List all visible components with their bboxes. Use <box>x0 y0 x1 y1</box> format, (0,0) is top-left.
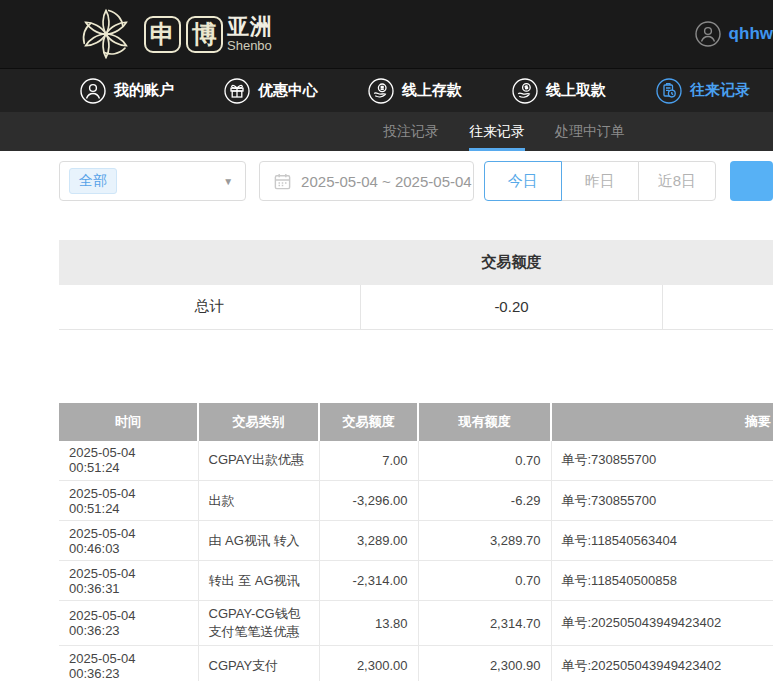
col-header-time: 时间 <box>59 403 198 441</box>
sub-navigation: 投注记录 往来记录 处理中订单 <box>0 112 773 151</box>
cell-amount: 3,289.00 <box>319 521 418 561</box>
flower-logo-icon <box>78 6 134 62</box>
table-row: 2025-05-04 00:46:03 由 AG视讯 转入 3,289.00 3… <box>59 521 773 561</box>
brand-logo[interactable]: 申 博 亚洲 Shenbo <box>78 6 273 62</box>
col-header-summary: 摘要 <box>551 403 773 441</box>
nav-item-transaction-records[interactable]: 往来记录 <box>656 78 750 104</box>
logo-region-text: 亚洲 <box>227 16 273 38</box>
nav-label: 往来记录 <box>690 81 750 100</box>
cell-summary: 单号:118540500858 <box>551 561 773 601</box>
tab-transaction-records[interactable]: 往来记录 <box>454 112 540 151</box>
nav-item-my-account[interactable]: 我的账户 <box>80 78 174 104</box>
cell-balance: 0.70 <box>418 561 551 601</box>
cell-balance: 2,300.90 <box>418 646 551 681</box>
cell-time: 2025-05-04 00:46:03 <box>59 521 198 561</box>
yesterday-button[interactable]: 昨日 <box>561 161 639 201</box>
cell-amount: -2,314.00 <box>319 561 418 601</box>
nav-label: 优惠中心 <box>258 81 318 100</box>
cell-time: 2025-05-04 00:51:24 <box>59 441 198 481</box>
summary-empty-cell <box>662 285 773 329</box>
cell-amount: 7.00 <box>319 441 418 481</box>
cell-summary: 单号:730855700 <box>551 481 773 521</box>
cell-balance: 0.70 <box>418 441 551 481</box>
col-header-category: 交易类别 <box>198 403 319 441</box>
logo-brand-text: Shenbo <box>227 38 273 53</box>
summary-total-label: 总计 <box>59 285 361 329</box>
type-selected-tag[interactable]: 全部 <box>69 168 117 194</box>
cell-summary: 单号:202505043949423402 <box>551 646 773 681</box>
user-avatar-icon <box>695 21 721 47</box>
chevron-down-icon: ▼ <box>223 176 233 187</box>
cell-category: CGPAY-CG钱包支付笔笔送优惠 <box>198 601 319 646</box>
cell-summary: 单号:202505043949423402 <box>551 601 773 646</box>
cell-summary: 单号:118540563404 <box>551 521 773 561</box>
logo-char-shen: 申 <box>144 16 181 53</box>
main-navigation: 我的账户 优惠中心 线上存款 线上取款 <box>0 68 773 112</box>
table-row: 2025-05-04 00:36:23 CGPAY支付 2,300.00 2,3… <box>59 646 773 681</box>
calendar-icon <box>273 172 292 191</box>
table-row: 2025-05-04 00:36:31 转出 至 AG视讯 -2,314.00 … <box>59 561 773 601</box>
cell-category: CGPAY出款优惠 <box>198 441 319 481</box>
quick-date-buttons: 今日 昨日 近8日 <box>484 161 716 201</box>
cell-category: CGPAY支付 <box>198 646 319 681</box>
cell-amount: 2,300.00 <box>319 646 418 681</box>
top-header: 申 博 亚洲 Shenbo qhhw <box>0 0 773 68</box>
date-range-value: 2025-05-04 ~ 2025-05-04 <box>301 173 472 190</box>
table-row: 2025-05-04 00:36:23 CGPAY-CG钱包支付笔笔送优惠 13… <box>59 601 773 646</box>
content-area: 全部 ▼ 2025-05-04 ~ 2025-05-04 今日 昨日 近8日 交… <box>0 161 773 681</box>
tab-betting-records[interactable]: 投注记录 <box>368 112 454 151</box>
table-row: 2025-05-04 00:51:24 CGPAY出款优惠 7.00 0.70 … <box>59 441 773 481</box>
cell-amount: -3,296.00 <box>319 481 418 521</box>
cell-time: 2025-05-04 00:51:24 <box>59 481 198 521</box>
summary-header-row: 交易额度 <box>59 240 773 285</box>
cell-time: 2025-05-04 00:36:31 <box>59 561 198 601</box>
nav-item-deposit[interactable]: 线上存款 <box>368 78 462 104</box>
col-header-balance: 现有额度 <box>418 403 551 441</box>
cell-amount: 13.80 <box>319 601 418 646</box>
tab-pending-orders[interactable]: 处理中订单 <box>540 112 640 151</box>
cell-category: 由 AG视讯 转入 <box>198 521 319 561</box>
today-button[interactable]: 今日 <box>484 161 562 201</box>
records-icon <box>656 78 682 104</box>
search-button[interactable] <box>730 161 773 201</box>
cell-time: 2025-05-04 00:36:23 <box>59 646 198 681</box>
col-header-amount: 交易额度 <box>319 403 418 441</box>
gift-icon <box>224 78 250 104</box>
cell-summary: 单号:730855700 <box>551 441 773 481</box>
nav-label: 我的账户 <box>114 81 174 100</box>
withdraw-icon <box>512 78 538 104</box>
last-8-days-button[interactable]: 近8日 <box>638 161 716 201</box>
type-select[interactable]: 全部 ▼ <box>59 161 246 201</box>
cell-balance: -6.29 <box>418 481 551 521</box>
username-text: qhhw <box>729 24 773 44</box>
deposit-icon <box>368 78 394 104</box>
table-row: 2025-05-04 00:51:24 出款 -3,296.00 -6.29 单… <box>59 481 773 521</box>
summary-table: 交易额度 总计 -0.20 <box>59 240 773 330</box>
summary-total-value: -0.20 <box>361 285 663 329</box>
nav-item-promotions[interactable]: 优惠中心 <box>224 78 318 104</box>
tab-label: 投注记录 <box>383 123 439 141</box>
cell-time: 2025-05-04 00:36:23 <box>59 601 198 646</box>
transactions-table: 时间 交易类别 交易额度 现有额度 摘要 2025-05-04 00:51:24… <box>59 403 773 681</box>
cell-category: 出款 <box>198 481 319 521</box>
summary-header-amount: 交易额度 <box>361 240 663 285</box>
summary-header-empty <box>59 240 361 285</box>
user-icon <box>80 78 106 104</box>
tab-label: 处理中订单 <box>555 123 625 141</box>
summary-total-row: 总计 -0.20 <box>59 285 773 329</box>
filter-row: 全部 ▼ 2025-05-04 ~ 2025-05-04 今日 昨日 近8日 <box>59 161 773 201</box>
logo-char-bo: 博 <box>186 16 223 53</box>
user-account[interactable]: qhhw <box>695 0 773 68</box>
cell-balance: 3,289.70 <box>418 521 551 561</box>
nav-label: 线上取款 <box>546 81 606 100</box>
date-range-picker[interactable]: 2025-05-04 ~ 2025-05-04 <box>259 161 474 201</box>
table-header-row: 时间 交易类别 交易额度 现有额度 摘要 <box>59 403 773 441</box>
nav-item-withdraw[interactable]: 线上取款 <box>512 78 606 104</box>
cell-balance: 2,314.70 <box>418 601 551 646</box>
summary-header-empty <box>662 240 773 285</box>
tab-label: 往来记录 <box>469 123 525 141</box>
cell-category: 转出 至 AG视讯 <box>198 561 319 601</box>
nav-label: 线上存款 <box>402 81 462 100</box>
